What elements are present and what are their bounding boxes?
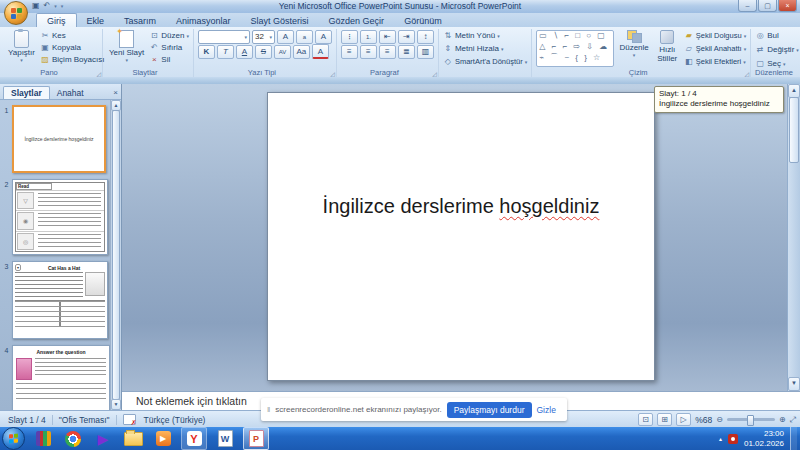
zoom-slider[interactable] <box>727 418 775 421</box>
convert-smartart-button[interactable]: ◇ SmartArt'a Dönüştür ▾ <box>443 56 527 67</box>
drawing-dialog-launcher-icon[interactable]: ◿ <box>745 70 750 77</box>
strikethrough-button[interactable]: S <box>255 45 272 59</box>
text-direction-button[interactable]: ⇅ Metin Yönü ▾ <box>443 30 527 41</box>
vertical-scrollbar[interactable]: ▲ ▼ <box>787 84 800 391</box>
paste-button[interactable]: Yapıştır ▾ <box>6 30 37 67</box>
taskbar-yandex[interactable]: Y <box>181 427 207 450</box>
recorder-tray-icon[interactable] <box>728 434 738 444</box>
tab-animasyonlar[interactable]: Animasyonlar <box>166 14 241 27</box>
italic-button[interactable]: T <box>217 45 234 59</box>
pause-icon[interactable]: ‖ <box>267 405 270 414</box>
taskbar-media-player[interactable]: ▶ <box>91 428 115 449</box>
panel-close-icon[interactable]: × <box>113 88 118 99</box>
font-color-button[interactable]: A <box>312 44 329 59</box>
show-desktop-button[interactable] <box>790 427 797 450</box>
taskbar-explorer[interactable] <box>121 428 145 449</box>
layout-button[interactable]: ⊡ Düzen ▾ <box>149 30 189 41</box>
indent-decrease-icon[interactable]: ⇤ <box>379 30 396 44</box>
spell-check-icon[interactable]: ✗ <box>123 414 136 425</box>
taskbar-clock[interactable]: 23:00 01.02.2026 <box>744 429 784 448</box>
find-button[interactable]: ◎ Bul <box>755 30 799 41</box>
slide-thumbnail-4[interactable]: 4 Answer the question <box>1 345 111 410</box>
close-button[interactable]: × <box>778 0 797 12</box>
panel-tab-slides[interactable]: Slaytlar <box>3 86 50 99</box>
panel-scroll-down-icon[interactable]: ▼ <box>111 399 121 410</box>
shape-fill-button[interactable]: ▰ Şekil Dolgusu ▾ <box>684 30 746 41</box>
hide-link[interactable]: Gizle <box>537 405 556 415</box>
tab-slayt-gosterisi[interactable]: Slayt Gösterisi <box>241 14 319 27</box>
taskbar-winrar[interactable] <box>31 428 55 449</box>
taskbar-word[interactable]: W <box>213 428 237 449</box>
clear-formatting-button[interactable]: A <box>315 30 332 44</box>
cut-button[interactable]: ✂ Kes <box>40 30 104 41</box>
taskbar-powerpoint[interactable]: P <box>243 427 269 450</box>
bullets-icon[interactable]: ⁝ <box>341 30 358 44</box>
underline-button[interactable]: A <box>236 45 253 59</box>
format-painter-button[interactable]: ▨ Biçim Boyacısı <box>40 54 104 65</box>
minimize-button[interactable]: – <box>738 0 757 12</box>
align-text-button[interactable]: ⇕ Metni Hizala ▾ <box>443 43 527 54</box>
line-spacing-icon[interactable]: ↕ <box>417 30 434 44</box>
scroll-down-icon[interactable]: ▼ <box>788 377 800 391</box>
maximize-button[interactable]: ▢ <box>758 0 777 12</box>
align-center-icon[interactable]: ≡ <box>360 45 377 59</box>
taskbar-video-player[interactable]: ▶ <box>151 428 175 449</box>
shape-outline-button[interactable]: ▱ Şekil Anahattı ▾ <box>684 43 746 54</box>
language-status[interactable]: Türkçe (Türkiye) <box>144 415 206 425</box>
slide-thumbnail-3[interactable]: 3 ▾ Cat Has a Hat <box>1 261 111 339</box>
fit-to-window-icon[interactable]: ⤢ <box>790 415 796 425</box>
replace-button[interactable]: ⇄ Değiştir ▾ <box>755 44 799 55</box>
numbering-icon[interactable]: 1. <box>360 30 377 44</box>
copy-button[interactable]: ▣ Kopyala <box>40 42 104 53</box>
slide-sorter-icon[interactable]: ⊞ <box>657 413 672 426</box>
panel-scroll-thumb[interactable] <box>112 110 120 400</box>
slide-thumbnail-1[interactable]: 1 İngilizce derslerime hoşgeldiniz <box>1 105 111 173</box>
quick-styles-button[interactable]: Hızlı Stiller <box>654 30 681 67</box>
tab-gozden-gecir[interactable]: Gözden Geçir <box>319 14 395 27</box>
panel-scrollbar[interactable]: ▲ ▼ <box>110 100 121 410</box>
tray-expand-icon[interactable]: ▴ <box>719 435 722 442</box>
slideshow-icon[interactable]: ▷ <box>676 413 691 426</box>
start-button[interactable] <box>2 427 25 450</box>
tab-gorunum[interactable]: Görünüm <box>394 14 452 27</box>
new-slide-button[interactable]: ✦ Yeni Slayt ▾ <box>107 30 146 67</box>
shapes-gallery[interactable]: ▭ ∖ ⌐ □ ○ ▢ △ ⌐ ⌐ ⇨ ⇩ ☁ ⌁ ⌒ ~ { } ☆ <box>536 30 614 67</box>
panel-tab-outline[interactable]: Anahat <box>50 87 91 99</box>
align-right-icon[interactable]: ≡ <box>379 45 396 59</box>
delete-button[interactable]: × Sil <box>149 54 189 65</box>
shrink-font-button[interactable]: a <box>296 30 313 44</box>
slide-thumbnail-2[interactable]: 2 Read ▽ ◉ <box>1 179 111 255</box>
zoom-in-icon[interactable]: ⊕ <box>779 415 786 424</box>
font-dialog-launcher-icon[interactable]: ◿ <box>330 70 335 77</box>
scroll-thumb[interactable] <box>789 97 799 163</box>
stop-sharing-button[interactable]: Paylaşmayı durdur <box>447 402 532 418</box>
character-spacing-button[interactable]: AV <box>274 45 291 59</box>
tab-ekle[interactable]: Ekle <box>77 14 115 27</box>
columns-icon[interactable]: ▥ <box>417 45 434 59</box>
zoom-slider-thumb[interactable] <box>747 415 754 426</box>
clipboard-dialog-launcher-icon[interactable]: ◿ <box>96 70 101 77</box>
scroll-up-icon[interactable]: ▲ <box>788 84 800 98</box>
taskbar-chrome[interactable] <box>61 428 85 449</box>
zoom-percentage[interactable]: %68 <box>695 415 712 425</box>
grow-font-button[interactable]: A <box>277 30 294 44</box>
slide-title-text[interactable]: İngilizce derslerime hoşgeldiniz <box>268 195 654 218</box>
font-size-select[interactable]: 32 ▾ <box>252 30 275 44</box>
zoom-out-icon[interactable]: ⊖ <box>716 415 723 424</box>
shape-effects-button[interactable]: ◧ Şekil Efektleri ▾ <box>684 56 746 67</box>
paragraph-dialog-launcher-icon[interactable]: ◿ <box>432 70 437 77</box>
tab-tasarim[interactable]: Tasarım <box>114 14 166 27</box>
normal-view-icon[interactable]: ⊡ <box>638 413 653 426</box>
change-case-button[interactable]: Aa <box>293 45 310 59</box>
smartart-icon: ◇ <box>443 57 453 66</box>
justify-icon[interactable]: ≣ <box>398 45 415 59</box>
indent-increase-icon[interactable]: ⇥ <box>398 30 415 44</box>
bold-button[interactable]: K <box>198 45 215 59</box>
slide-editor[interactable]: İngilizce derslerime hoşgeldiniz <box>267 92 655 381</box>
reset-button[interactable]: ↶ Sıfırla <box>149 42 189 53</box>
office-button[interactable] <box>4 1 28 25</box>
tab-giris[interactable]: Giriş <box>36 13 77 27</box>
align-left-icon[interactable]: ≡ <box>341 45 358 59</box>
arrange-button[interactable]: Düzenle ▾ <box>617 30 650 67</box>
font-name-select[interactable]: ▾ <box>198 30 250 44</box>
